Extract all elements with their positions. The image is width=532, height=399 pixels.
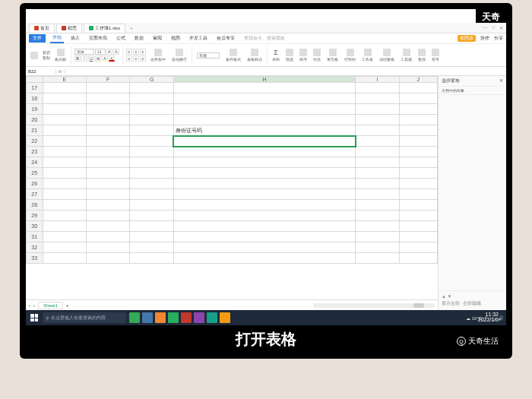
panel-reorder[interactable]: ▲ ▼: [442, 294, 452, 299]
row-header-26[interactable]: 26: [27, 179, 43, 189]
row-header-24[interactable]: 24: [27, 157, 43, 168]
cell-J23[interactable]: [399, 147, 437, 157]
task-icon[interactable]: [181, 312, 192, 323]
cell-J29[interactable]: [399, 211, 437, 221]
cell-style[interactable]: 表格样式: [245, 49, 264, 62]
close-button[interactable]: ✕: [499, 25, 503, 30]
rowcol-button[interactable]: 行和列: [343, 49, 357, 62]
cell-F31[interactable]: [86, 232, 129, 242]
cell-E18[interactable]: [43, 93, 86, 104]
cell-G26[interactable]: [130, 179, 173, 189]
menu-view[interactable]: 视图: [169, 34, 182, 43]
fill-color-button[interactable]: A: [102, 55, 108, 62]
menu-search[interactable]: 查找命令、搜索模板: [242, 34, 287, 43]
cell-F33[interactable]: [86, 253, 129, 264]
cell-F28[interactable]: [86, 200, 129, 211]
underline-button[interactable]: U: [88, 55, 94, 62]
menu-dev[interactable]: 开发工具: [187, 34, 210, 43]
cell-I30[interactable]: [356, 221, 399, 232]
row-header-19[interactable]: 19: [27, 104, 43, 115]
task-icon[interactable]: [168, 312, 179, 323]
cell-I19[interactable]: [356, 104, 399, 115]
cell-F23[interactable]: [86, 147, 129, 157]
cell-F25[interactable]: [86, 168, 129, 179]
cell-H27[interactable]: [173, 189, 355, 200]
task-icon[interactable]: [220, 312, 230, 323]
cell-F27[interactable]: [86, 189, 129, 200]
row-header-33[interactable]: 33: [27, 253, 43, 264]
italic-button[interactable]: I: [81, 55, 87, 62]
cell-I28[interactable]: [356, 200, 399, 211]
col-header-J[interactable]: J: [399, 77, 437, 83]
find-button[interactable]: 查找: [416, 49, 427, 62]
sum-button[interactable]: Σ求和: [271, 49, 281, 62]
cell-H18[interactable]: [173, 93, 355, 104]
cell-G22[interactable]: [130, 136, 173, 147]
hide-all-button[interactable]: 全部隐藏: [463, 300, 481, 307]
font-size-select[interactable]: 11: [95, 49, 106, 55]
cell-H25[interactable]: [173, 168, 355, 179]
cell-H30[interactable]: [173, 221, 355, 232]
fx-label[interactable]: fx: [56, 69, 65, 74]
cell-I27[interactable]: [356, 189, 399, 200]
cell-G29[interactable]: [130, 211, 173, 221]
filter-button[interactable]: 筛选: [284, 49, 295, 62]
cell-H32[interactable]: [173, 242, 355, 253]
tab-daoike[interactable]: 稻壳: [56, 24, 82, 33]
cell-E20[interactable]: [43, 115, 86, 125]
cell-E30[interactable]: [43, 221, 86, 232]
cell-E21[interactable]: [43, 125, 86, 136]
col-header-I[interactable]: I: [356, 77, 399, 83]
row-header-27[interactable]: 27: [27, 189, 43, 200]
row-header-29[interactable]: 29: [27, 211, 43, 221]
font-family-select[interactable]: 宋体: [74, 49, 94, 55]
cell-E31[interactable]: [43, 232, 86, 242]
cell-J21[interactable]: [399, 125, 437, 136]
cell-E26[interactable]: [43, 179, 86, 189]
align-mid[interactable]: ≡: [133, 49, 139, 55]
sort-button[interactable]: 排序: [298, 49, 309, 62]
font-color-button[interactable]: A: [109, 55, 115, 62]
cell-I32[interactable]: [356, 242, 399, 253]
row-header-31[interactable]: 31: [27, 232, 43, 242]
cell-H24[interactable]: [173, 157, 355, 168]
cell-H21[interactable]: 身份证号码: [173, 125, 355, 136]
cell-F32[interactable]: [86, 242, 129, 253]
cell-I33[interactable]: [356, 253, 399, 264]
row-header-30[interactable]: 30: [27, 221, 43, 232]
tab-workbook[interactable]: 工作簿1.xlsx: [84, 24, 125, 33]
align-bot[interactable]: ≡: [140, 49, 146, 55]
cell-G17[interactable]: [130, 83, 173, 93]
format-painter[interactable]: 格式刷: [53, 49, 68, 62]
menu-data[interactable]: 数据: [132, 34, 146, 43]
cell-J17[interactable]: [399, 83, 437, 93]
cell-G20[interactable]: [130, 115, 173, 125]
row-header-18[interactable]: 18: [27, 93, 43, 104]
tray-vol[interactable]: 🔊: [498, 315, 503, 321]
cell-I21[interactable]: [356, 125, 399, 136]
cell-J25[interactable]: [399, 168, 437, 179]
sheet-tab[interactable]: Sheet1: [38, 302, 63, 309]
cell-H33[interactable]: [173, 253, 355, 264]
cell-G31[interactable]: [130, 232, 173, 242]
cell-G30[interactable]: [130, 221, 173, 232]
col-header-F[interactable]: F: [86, 77, 129, 83]
row-header-28[interactable]: 28: [27, 200, 43, 211]
cell-F19[interactable]: [86, 104, 129, 115]
cell-E25[interactable]: [43, 168, 86, 179]
task-icon[interactable]: [129, 312, 140, 323]
cell-H26[interactable]: [173, 179, 355, 189]
freeze-button[interactable]: 冻结窗格: [378, 49, 396, 62]
cell-G19[interactable]: [130, 104, 173, 115]
cond-format[interactable]: 条件格式: [224, 49, 242, 62]
grid[interactable]: EFGHIJ1718192021身份证号码2223242526272829303…: [26, 76, 438, 299]
row-header-17[interactable]: 17: [27, 83, 43, 93]
cell-E22[interactable]: [43, 136, 86, 147]
menu-formula[interactable]: 公式: [114, 34, 128, 43]
cell-E28[interactable]: [43, 200, 86, 211]
cell-E27[interactable]: [43, 189, 86, 200]
cell-I23[interactable]: [356, 147, 399, 157]
wrap-button[interactable]: 自动换行: [170, 49, 188, 62]
new-tab-button[interactable]: +: [127, 26, 136, 30]
cell-J20[interactable]: [399, 115, 437, 125]
